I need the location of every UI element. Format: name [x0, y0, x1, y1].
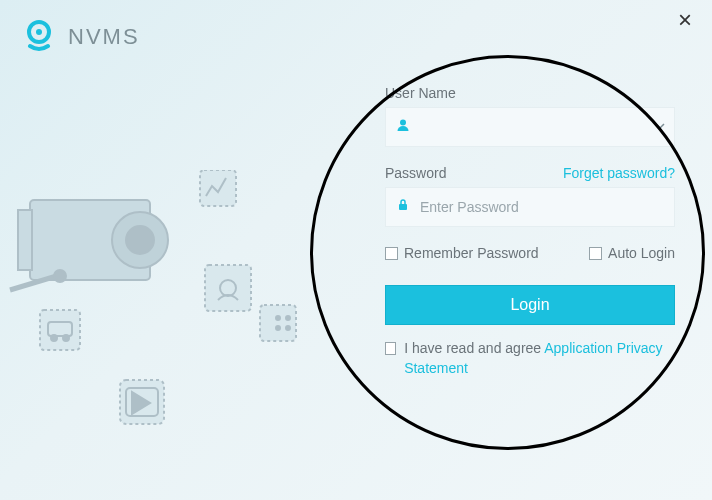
password-label: Password — [385, 165, 446, 181]
svg-point-14 — [276, 316, 280, 320]
svg-point-4 — [126, 226, 154, 254]
agree-prefix: I have read and agree — [404, 340, 544, 356]
auto-login-checkbox[interactable]: Auto Login — [589, 245, 675, 261]
svg-point-20 — [63, 335, 69, 341]
forget-password-link[interactable]: Forget password? — [563, 165, 675, 181]
svg-rect-2 — [30, 200, 150, 280]
app-title: NVMS — [68, 24, 140, 50]
remember-password-checkbox[interactable]: Remember Password — [385, 245, 539, 261]
agree-checkbox[interactable] — [385, 342, 396, 355]
lock-icon — [396, 198, 410, 216]
password-field[interactable] — [385, 187, 675, 227]
svg-point-7 — [54, 270, 66, 282]
svg-rect-5 — [18, 210, 32, 270]
svg-rect-24 — [399, 204, 407, 210]
svg-point-16 — [276, 326, 280, 330]
svg-point-19 — [51, 335, 57, 341]
svg-point-1 — [36, 29, 42, 35]
svg-point-3 — [112, 212, 168, 268]
svg-point-17 — [286, 326, 290, 330]
svg-rect-10 — [260, 305, 296, 341]
camera-logo-icon — [22, 18, 56, 56]
svg-rect-11 — [40, 310, 80, 350]
svg-point-13 — [220, 280, 236, 296]
svg-point-23 — [400, 120, 406, 126]
close-button[interactable]: × — [678, 8, 692, 32]
auto-login-label: Auto Login — [608, 245, 675, 261]
svg-point-15 — [286, 316, 290, 320]
brand-header: NVMS — [22, 18, 140, 56]
svg-line-6 — [10, 275, 60, 290]
svg-rect-22 — [126, 388, 158, 416]
username-input[interactable] — [420, 119, 664, 135]
svg-rect-18 — [48, 322, 72, 336]
illustration — [0, 170, 320, 450]
username-field[interactable] — [385, 107, 675, 147]
svg-marker-21 — [132, 392, 150, 414]
checkbox-icon — [589, 247, 602, 260]
svg-rect-9 — [205, 265, 251, 311]
svg-rect-12 — [120, 380, 164, 424]
username-label: User Name — [385, 85, 675, 101]
remember-password-label: Remember Password — [404, 245, 539, 261]
user-icon — [396, 118, 410, 136]
chevron-down-icon[interactable] — [654, 118, 666, 136]
login-button[interactable]: Login — [385, 285, 675, 325]
checkbox-icon — [385, 247, 398, 260]
agree-text: I have read and agree Application Privac… — [404, 339, 675, 378]
password-input[interactable] — [420, 199, 664, 215]
login-form: User Name Password Forget password? Reme — [385, 85, 675, 378]
svg-rect-8 — [200, 170, 236, 206]
